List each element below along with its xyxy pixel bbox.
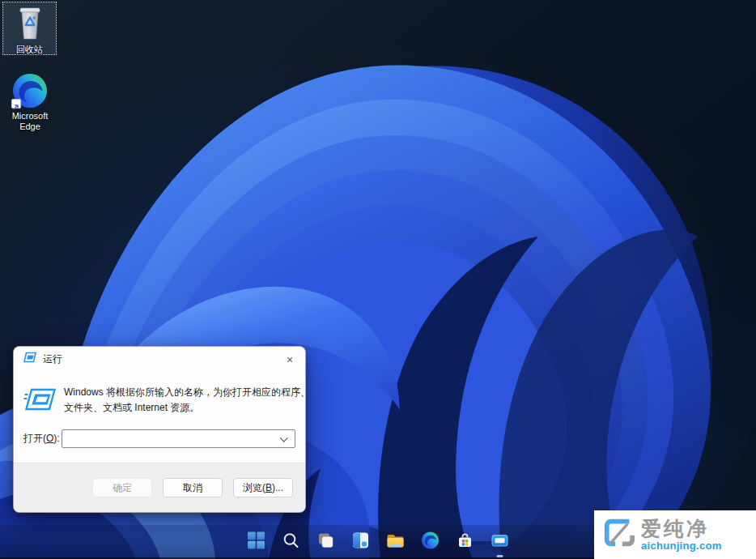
edge-label-line1: Microsoft xyxy=(12,111,49,122)
watermark-domain: aichunjing.com xyxy=(641,540,722,552)
edge-icon xyxy=(11,73,49,110)
cancel-button[interactable]: 取消 xyxy=(163,478,223,497)
browse-button[interactable]: 浏览(B)... xyxy=(233,478,293,497)
recycle-bin-label: 回收站 xyxy=(16,45,43,55)
watermark-brand: 爱纯净 xyxy=(641,518,722,539)
run-dialog-description: Windows 将根据你所输入的名称，为你打开相应的程序、 文件夹、文档或 In… xyxy=(64,384,306,416)
edge-label-line2: Edge xyxy=(19,122,40,132)
edge-taskbar-button[interactable] xyxy=(420,531,441,553)
open-field-label: 打开(O): xyxy=(23,432,62,446)
microsoft-store-icon xyxy=(456,531,475,553)
active-app-indicator xyxy=(497,555,503,557)
microsoft-store-button[interactable] xyxy=(455,531,476,553)
run-dialog-footer: 确定 取消 浏览(B)... xyxy=(14,463,305,512)
search-button[interactable] xyxy=(281,531,302,553)
task-view-button[interactable] xyxy=(316,531,337,553)
aichunjing-logo-icon xyxy=(601,516,635,553)
shortcut-arrow-badge xyxy=(11,99,21,109)
search-icon xyxy=(282,531,301,553)
widgets-icon xyxy=(351,531,371,553)
run-titlebar-icon xyxy=(23,352,36,366)
start-button[interactable] xyxy=(246,531,267,553)
file-explorer-icon xyxy=(386,531,406,553)
start-icon xyxy=(247,531,266,553)
desktop-icon-recycle-bin[interactable]: 回收站 xyxy=(2,2,57,55)
close-icon[interactable]: × xyxy=(282,352,298,367)
run-window-icon xyxy=(23,387,56,416)
description-line-2: 文件夹、文档或 Internet 资源。 xyxy=(64,400,306,416)
open-combobox[interactable] xyxy=(62,429,295,448)
run-dialog-body: Windows 将根据你所输入的名称，为你打开相应的程序、 文件夹、文档或 In… xyxy=(14,371,305,448)
file-explorer-button[interactable] xyxy=(385,531,406,553)
run-dialog: 运行 × Windows 将根据你所输入的名称，为你打开相应的程序、 文件夹、文… xyxy=(13,346,306,513)
run-taskbar-button[interactable] xyxy=(490,531,511,553)
ok-button[interactable]: 确定 xyxy=(92,478,152,497)
watermark: 爱纯净 aichunjing.com xyxy=(594,510,756,559)
edge-icon xyxy=(421,531,440,553)
recycle-bin-icon xyxy=(16,5,44,44)
dialog-title: 运行 xyxy=(43,352,62,366)
open-input[interactable] xyxy=(62,430,295,447)
task-view-icon xyxy=(316,531,336,553)
widgets-button[interactable] xyxy=(350,531,372,553)
description-line-1: Windows 将根据你所输入的名称，为你打开相应的程序、 xyxy=(64,385,306,400)
desktop-icon-microsoft-edge[interactable]: Microsoft Edge xyxy=(6,73,54,132)
run-app-icon xyxy=(491,531,510,553)
run-dialog-titlebar: 运行 × xyxy=(14,347,305,371)
